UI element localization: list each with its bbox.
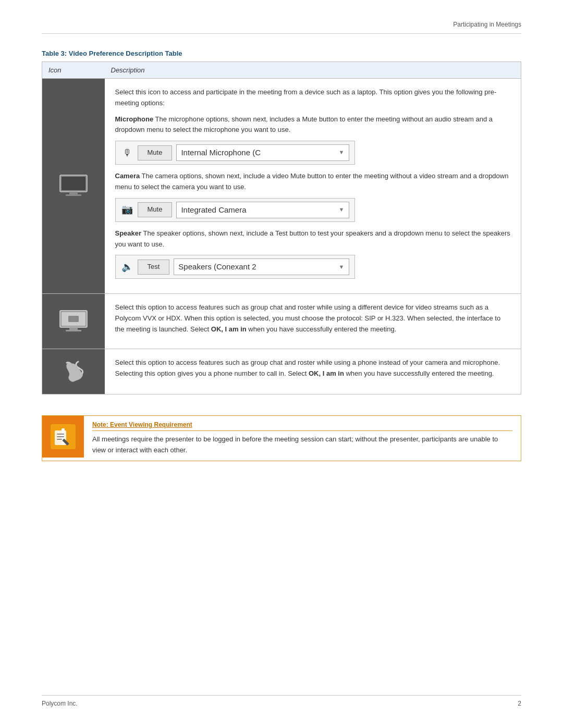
speaker-test-button[interactable]: Test bbox=[138, 260, 170, 275]
svg-rect-14 bbox=[57, 436, 64, 437]
microphone-dropdown-arrow: ▼ bbox=[339, 148, 345, 157]
table-row: Select this icon to access and participa… bbox=[42, 79, 521, 294]
camera-dropdown-arrow: ▼ bbox=[339, 205, 345, 215]
footer-left: Polycom Inc. bbox=[42, 700, 78, 707]
note-icon-cell bbox=[42, 416, 84, 458]
icon-cell-monitor-light bbox=[42, 294, 105, 349]
svg-rect-12 bbox=[55, 430, 66, 445]
table-row: Select this option to access features su… bbox=[42, 349, 521, 394]
footer-right: 2 bbox=[518, 700, 521, 707]
svg-rect-1 bbox=[62, 177, 85, 190]
table-header-row: Icon Description bbox=[42, 62, 521, 79]
microphone-label: Microphone bbox=[115, 115, 154, 123]
laptop-intro-text: Select this icon to access and participa… bbox=[115, 87, 511, 109]
note-title: Note: Event Viewing Requirement bbox=[92, 421, 512, 431]
phone-desc: Select this option to access features su… bbox=[115, 357, 511, 379]
preference-table: Icon Description bbox=[42, 61, 521, 394]
speaker-mockup: 🔈 Test Speakers (Conexant 2 ▼ bbox=[115, 255, 355, 279]
camera-label: Camera bbox=[115, 172, 140, 180]
speaker-dropdown-arrow: ▼ bbox=[339, 263, 345, 272]
microphone-desc: Microphone The microphone options, shown… bbox=[115, 114, 511, 136]
speaker-label: Speaker bbox=[115, 229, 142, 237]
camera-mute-button[interactable]: Mute bbox=[138, 202, 173, 217]
svg-rect-7 bbox=[66, 330, 81, 331]
ok-iam-in-bold-2: OK, I am in bbox=[309, 369, 344, 377]
page-header: Participating in Meetings bbox=[42, 21, 521, 34]
camera-desc: Camera The camera options, shown next, i… bbox=[115, 171, 511, 193]
microphone-icon: 🎙 bbox=[121, 145, 133, 161]
note-content: Note: Event Viewing Requirement All meet… bbox=[84, 416, 521, 461]
svg-rect-15 bbox=[57, 439, 62, 440]
svg-rect-3 bbox=[66, 194, 81, 196]
ok-iam-in-bold-1: OK, I am in bbox=[211, 325, 247, 333]
monitor-dark-icon bbox=[52, 173, 95, 199]
desc-cell-phone: Select this option to access features su… bbox=[105, 349, 521, 394]
microphone-mute-button[interactable]: Mute bbox=[138, 145, 173, 161]
icon-cell-monitor-dark bbox=[42, 79, 105, 294]
svg-rect-6 bbox=[69, 327, 78, 330]
microphone-mockup: 🎙 Mute Internal Microphone (C ▼ bbox=[115, 141, 355, 165]
table-title: Table 3: Video Preference Description Ta… bbox=[42, 50, 521, 57]
note-text: All meetings require the presenter to be… bbox=[92, 434, 512, 456]
polycom-desc: Select this option to access features su… bbox=[115, 302, 511, 335]
microphone-dropdown[interactable]: Internal Microphone (C ▼ bbox=[176, 144, 349, 161]
camera-dropdown-text: Integrated Camera bbox=[181, 204, 246, 216]
speaker-dropdown-text: Speakers (Conexant 2 bbox=[178, 261, 256, 273]
note-warning-icon bbox=[50, 423, 77, 450]
speaker-dropdown[interactable]: Speakers (Conexant 2 ▼ bbox=[174, 258, 349, 275]
page-footer: Polycom Inc. 2 bbox=[42, 695, 521, 707]
svg-rect-2 bbox=[69, 192, 78, 194]
camera-icon: 📷 bbox=[121, 202, 133, 217]
svg-rect-13 bbox=[57, 434, 64, 435]
col-icon-header: Icon bbox=[42, 62, 105, 79]
phone-icon bbox=[52, 359, 95, 385]
microphone-dropdown-text: Internal Microphone (C bbox=[181, 146, 261, 159]
speaker-desc: Speaker The speaker options, shown next,… bbox=[115, 228, 511, 250]
table-row: Select this option to access features su… bbox=[42, 294, 521, 349]
page: Participating in Meetings Table 3: Video… bbox=[0, 0, 563, 728]
col-description-header: Description bbox=[105, 62, 521, 79]
monitor-light-icon bbox=[52, 309, 95, 335]
svg-rect-8 bbox=[68, 316, 79, 322]
note-box: Note: Event Viewing Requirement All meet… bbox=[42, 415, 521, 462]
icon-cell-phone bbox=[42, 349, 105, 394]
speaker-icon: 🔈 bbox=[121, 260, 133, 275]
header-text: Participating in Meetings bbox=[453, 21, 521, 28]
camera-dropdown[interactable]: Integrated Camera ▼ bbox=[176, 202, 349, 218]
desc-cell-laptop: Select this icon to access and participa… bbox=[105, 79, 521, 294]
desc-cell-polycom: Select this option to access features su… bbox=[105, 294, 521, 349]
camera-mockup: 📷 Mute Integrated Camera ▼ bbox=[115, 198, 355, 222]
